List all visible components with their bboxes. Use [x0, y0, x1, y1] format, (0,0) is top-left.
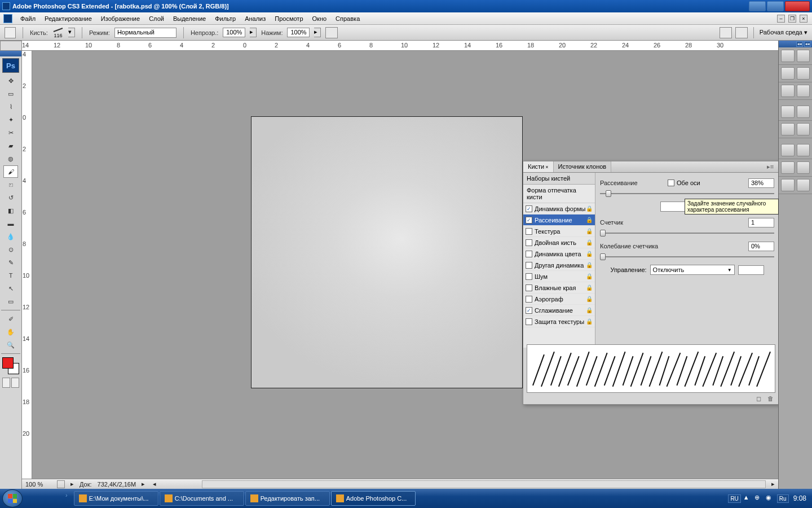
status-icon[interactable]	[57, 480, 65, 488]
lock-icon[interactable]: 🔒	[586, 318, 593, 325]
menu-image[interactable]: Изображение	[96, 14, 144, 24]
brush-option-4[interactable]: Динамика цвета🔒	[523, 248, 595, 260]
brush-option-7[interactable]: Влажные края🔒	[523, 282, 595, 294]
ruler-origin[interactable]	[0, 41, 22, 51]
lock-icon[interactable]: 🔒	[586, 296, 593, 302]
count-jitter-value[interactable]: 0%	[748, 242, 774, 251]
brush-option-3[interactable]: Двойная кисть🔒	[523, 237, 595, 248]
menu-select[interactable]: Выделение	[169, 14, 210, 24]
count-jitter-slider[interactable]	[600, 253, 774, 261]
menu-window[interactable]: Окно	[308, 14, 332, 24]
swatches-icon[interactable]	[797, 67, 810, 80]
menu-layer[interactable]: Слой	[144, 14, 169, 24]
tab-clone-source[interactable]: Источник клонов	[554, 161, 612, 172]
eyedropper-tool[interactable]: ✐	[3, 313, 18, 325]
dodge-tool[interactable]: ⊙	[3, 243, 18, 256]
stamp-tool[interactable]: ⏍	[3, 178, 18, 191]
ruler-horizontal[interactable]: 1412108642024681012141618202224262830	[22, 41, 778, 51]
hand-tool[interactable]: ✋	[3, 326, 18, 338]
paragraph-icon[interactable]	[797, 161, 810, 174]
flow-arrow[interactable]: ▸	[314, 28, 321, 37]
gradient-tool[interactable]: ▬	[3, 217, 18, 230]
scatter-value[interactable]: 38%	[748, 178, 774, 188]
doc-close-button[interactable]: ×	[800, 15, 807, 23]
actions-icon[interactable]	[797, 123, 810, 135]
lock-icon[interactable]: 🔒	[586, 284, 593, 291]
start-button[interactable]	[2, 489, 23, 507]
go-to-bridge-icon[interactable]	[720, 27, 732, 38]
palettes-icon[interactable]	[735, 27, 748, 38]
lock-icon[interactable]: 🔒	[586, 217, 593, 223]
path-tool[interactable]: ↖	[3, 282, 18, 295]
control-select[interactable]: Отключить▼	[650, 265, 735, 275]
checkbox[interactable]	[526, 217, 532, 224]
checkbox[interactable]	[526, 296, 532, 303]
toolpresets-icon[interactable]	[781, 179, 795, 191]
clone-dock-icon[interactable]	[797, 144, 810, 156]
close-button[interactable]	[785, 1, 810, 11]
crop-tool[interactable]: ✂	[3, 126, 18, 139]
brush-option-2[interactable]: Текстура🔒	[523, 226, 595, 237]
control-value-field[interactable]	[738, 265, 764, 275]
blur-tool[interactable]: 💧	[3, 230, 18, 243]
wand-tool[interactable]: ✦	[3, 113, 18, 126]
info-icon[interactable]	[797, 85, 810, 97]
styles-icon[interactable]	[781, 85, 795, 97]
tray-icon-1[interactable]: ▲	[743, 494, 752, 503]
menu-filter[interactable]: Фильтр	[210, 14, 240, 24]
lang-indicator-1[interactable]: RU	[728, 494, 740, 503]
lock-icon[interactable]: 🔒	[586, 205, 593, 212]
lock-icon[interactable]: 🔒	[586, 307, 593, 313]
layers-icon[interactable]	[781, 106, 795, 118]
checkbox[interactable]	[526, 284, 532, 291]
workspace-label[interactable]: Рабочая среда ▾	[760, 29, 807, 36]
slice-tool[interactable]: ▰	[3, 139, 18, 152]
menu-file[interactable]: Файл	[16, 14, 40, 24]
navigator-icon[interactable]	[781, 50, 795, 62]
doc-restore-button[interactable]: ❐	[788, 15, 796, 23]
color-icon[interactable]	[781, 67, 795, 80]
lock-icon[interactable]: 🔒	[586, 273, 593, 279]
pen-tool[interactable]: ✎	[3, 256, 18, 269]
checkbox[interactable]	[526, 251, 532, 257]
minimize-button[interactable]	[749, 1, 766, 11]
shape-tool[interactable]: ▭	[3, 295, 18, 308]
lock-icon[interactable]: 🔒	[586, 239, 593, 246]
ql-icon-3[interactable]	[52, 492, 63, 505]
brush-option-9[interactable]: Сглаживание🔒	[523, 305, 595, 316]
brush-option-1[interactable]: Рассеивание🔒	[523, 214, 595, 226]
checkbox[interactable]	[526, 273, 532, 280]
history-brush-tool[interactable]: ↺	[3, 191, 18, 204]
color-swatches[interactable]	[2, 357, 19, 374]
menu-analysis[interactable]: Анализ	[240, 14, 270, 24]
brush-picker-arrow[interactable]: ▾	[68, 28, 75, 37]
new-preset-icon[interactable]: ◻	[756, 395, 764, 403]
lasso-tool[interactable]: ⌇	[3, 100, 18, 113]
brush-tip-shape[interactable]: Форма отпечатка кисти	[523, 185, 595, 203]
checkbox[interactable]	[526, 239, 532, 246]
histogram-icon[interactable]	[797, 50, 810, 62]
lock-icon[interactable]: 🔒	[586, 228, 593, 234]
flow-field[interactable]: 100%	[287, 28, 310, 37]
zoom-tool[interactable]: 🔍	[3, 339, 18, 351]
both-axes-checkbox[interactable]	[668, 179, 674, 186]
toolbox-grip[interactable]	[0, 51, 21, 56]
foreground-color[interactable]	[2, 357, 14, 369]
horizontal-scrollbar[interactable]	[202, 480, 766, 488]
brush-option-5[interactable]: Другая динамика🔒	[523, 260, 595, 271]
clock[interactable]: 9:08	[793, 494, 806, 502]
taskbar-item-3[interactable]: Adobe Photoshop C...	[331, 491, 416, 506]
lock-icon[interactable]: 🔒	[586, 251, 593, 257]
move-tool[interactable]: ✥	[3, 75, 18, 87]
menu-help[interactable]: Справка	[331, 14, 364, 24]
channels-icon[interactable]	[797, 106, 810, 118]
panel-menu-icon[interactable]: ▸≡	[762, 161, 779, 172]
airbrush-icon[interactable]	[325, 27, 338, 38]
paths-icon[interactable]	[781, 123, 795, 135]
ruler-vertical[interactable]: 4202468101214161820	[22, 51, 32, 479]
zoom-level[interactable]: 100 %	[25, 481, 51, 488]
brush-option-6[interactable]: Шум🔒	[523, 271, 595, 282]
brush-option-0[interactable]: Динамика формы🔒	[523, 203, 595, 214]
checkbox[interactable]	[526, 318, 532, 325]
marquee-tool[interactable]: ▭	[3, 87, 18, 100]
